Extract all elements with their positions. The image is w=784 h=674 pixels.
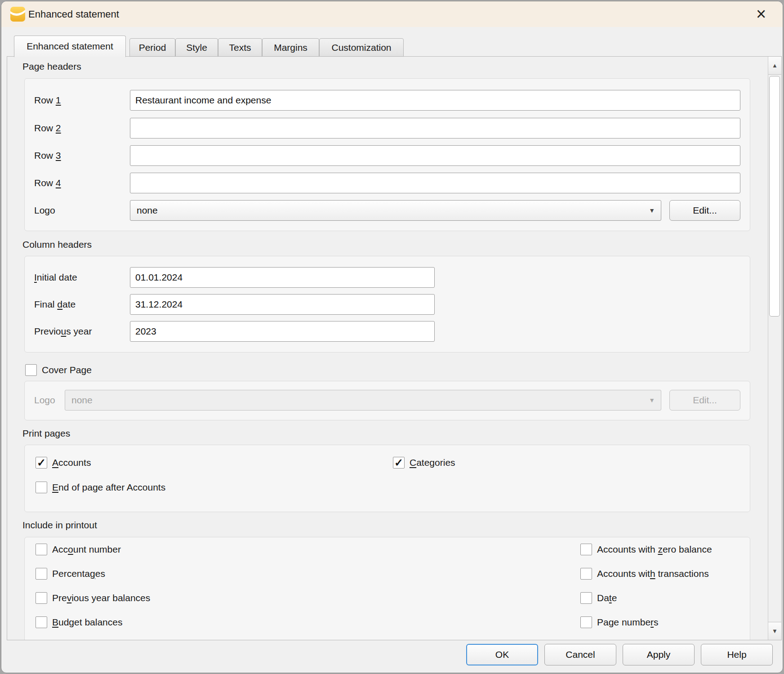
help-button[interactable]: Help <box>701 644 773 665</box>
initial-date-input[interactable] <box>130 267 435 288</box>
checkbox-box[interactable] <box>36 568 47 580</box>
row1-label: Row 1 <box>34 90 61 111</box>
row3-input[interactable] <box>130 145 740 166</box>
logo-label: Logo <box>34 200 55 221</box>
checkbox-percentages[interactable]: Percentages <box>36 567 105 580</box>
final-date-label: Final date <box>34 294 76 315</box>
screen: Enhanced statement × Enhanced statement … <box>0 0 784 674</box>
initial-date-label: Initial date <box>34 267 77 288</box>
checkbox-box[interactable] <box>580 568 592 580</box>
checkbox-box[interactable] <box>36 482 47 493</box>
tab-margins[interactable]: Margins <box>262 38 319 57</box>
checkbox-accounts[interactable]: ✓ Accounts <box>36 456 91 469</box>
checkbox-categories[interactable]: ✓ Categories <box>393 456 455 469</box>
checkbox-box[interactable] <box>580 544 592 555</box>
section-label-print-pages: Print pages <box>22 428 70 439</box>
section-label-include-in-printout: Include in printout <box>22 520 97 531</box>
previous-year-label: Previous year <box>34 321 92 342</box>
checkbox-box[interactable] <box>36 616 47 628</box>
row2-label: Row 2 <box>34 118 61 138</box>
logo-dropdown-value: none <box>137 205 158 215</box>
checkbox-box[interactable] <box>580 592 592 604</box>
checkbox-box[interactable]: ✓ <box>393 457 405 469</box>
checkbox-date[interactable]: Date <box>580 592 617 604</box>
vertical-scrollbar[interactable]: ▲ ▼ <box>768 57 781 640</box>
cover-logo-dropdown-value: none <box>71 395 93 405</box>
checkbox-accounts-with-zero-balance[interactable]: Accounts with zero balance <box>580 543 712 555</box>
checkbox-accounts-with-transactions[interactable]: Accounts with transactions <box>580 567 709 580</box>
checkbox-previous-year-balances[interactable]: Previous year balances <box>36 592 150 604</box>
scrollbar-thumb[interactable] <box>769 76 780 317</box>
cover-page-label: Cover Page <box>42 365 92 375</box>
row3-label: Row 3 <box>34 145 61 166</box>
ok-button[interactable]: OK <box>466 644 538 665</box>
checkbox-budget-balances[interactable]: Budget balances <box>36 616 122 628</box>
cancel-button[interactable]: Cancel <box>544 644 616 665</box>
tab-page-enhanced-statement: Page headers Row 1 Row 2 Row 3 Row 4 Log… <box>7 56 782 640</box>
chevron-down-icon: ▼ <box>649 390 655 410</box>
app-logo-icon <box>10 7 25 22</box>
previous-year-input[interactable] <box>130 321 435 342</box>
row2-input[interactable] <box>130 118 740 138</box>
tab-texts[interactable]: Texts <box>218 38 262 57</box>
logo-dropdown[interactable]: none ▼ <box>130 200 661 221</box>
scroll-up-icon[interactable]: ▲ <box>768 57 781 75</box>
checkbox-account-number[interactable]: Account number <box>36 543 121 555</box>
apply-button[interactable]: Apply <box>623 644 695 665</box>
checkbox-box[interactable] <box>36 544 47 555</box>
scroll-down-icon[interactable]: ▼ <box>768 622 781 640</box>
tab-customization[interactable]: Customization <box>319 38 404 57</box>
section-label-page-headers: Page headers <box>22 61 81 72</box>
cover-logo-dropdown: none ▼ <box>65 390 661 411</box>
title-bar[interactable]: Enhanced statement × <box>1 1 783 27</box>
checkbox-end-of-page-after-accounts[interactable]: End of page after Accounts <box>36 481 165 493</box>
group-print-pages <box>24 445 750 512</box>
row1-input[interactable] <box>130 90 740 111</box>
tab-enhanced-statement[interactable]: Enhanced statement <box>14 36 126 57</box>
section-label-column-headers: Column headers <box>22 239 92 250</box>
checkbox-box[interactable] <box>25 364 37 376</box>
dialog-title: Enhanced statement <box>28 1 119 27</box>
tab-period[interactable]: Period <box>129 38 175 57</box>
checkbox-box[interactable] <box>36 592 47 604</box>
checkbox-box[interactable] <box>580 616 592 628</box>
final-date-input[interactable] <box>130 294 435 315</box>
chevron-down-icon: ▼ <box>649 201 655 220</box>
row4-input[interactable] <box>130 173 740 193</box>
checkbox-cover-page[interactable]: Cover Page <box>25 364 92 376</box>
tab-style[interactable]: Style <box>175 38 218 57</box>
cover-logo-edit-button: Edit... <box>669 390 740 411</box>
enhanced-statement-dialog: Enhanced statement × Enhanced statement … <box>1 1 783 673</box>
checkbox-box[interactable]: ✓ <box>36 457 47 469</box>
row4-label: Row 4 <box>34 173 61 193</box>
close-icon[interactable]: × <box>751 4 771 24</box>
logo-edit-button[interactable]: Edit... <box>669 200 740 221</box>
cover-logo-label: Logo <box>34 390 55 411</box>
checkbox-page-numbers[interactable]: Page numbers <box>580 616 659 628</box>
